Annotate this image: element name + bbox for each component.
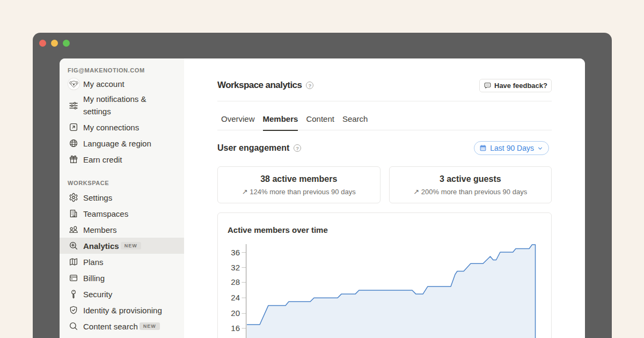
svg-text:20: 20 — [231, 308, 240, 318]
svg-text:28: 28 — [231, 277, 240, 286]
svg-text:32: 32 — [231, 263, 240, 272]
svg-text:24: 24 — [231, 293, 240, 302]
svg-text:16: 16 — [231, 324, 240, 333]
svg-text:36: 36 — [231, 248, 240, 257]
